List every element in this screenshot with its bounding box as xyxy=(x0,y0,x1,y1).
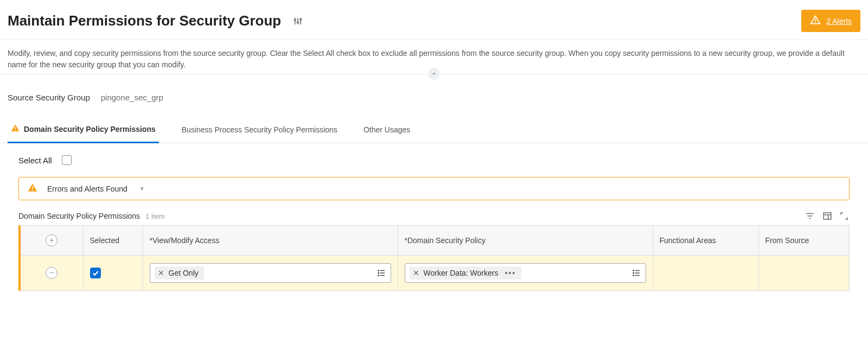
warning-icon xyxy=(28,183,37,194)
svg-point-3 xyxy=(297,21,299,23)
chip-label: Worker Data: Workers xyxy=(424,269,499,277)
add-row-button[interactable]: + xyxy=(46,234,58,246)
tab-business-process-security-policy[interactable]: Business Process Security Policy Permiss… xyxy=(178,118,341,143)
alerts-link-text: 2 Alerts xyxy=(826,17,852,26)
cell-from-source xyxy=(758,256,849,291)
chevron-down-icon: ▼ xyxy=(139,186,145,192)
column-domain-security-policy[interactable]: *Domain Security Policy xyxy=(398,226,653,256)
domain-security-policy-input[interactable]: ✕ Worker Data: Workers ••• xyxy=(405,263,646,283)
source-value: pingone_sec_grp xyxy=(101,93,163,102)
grid-header: Domain Security Policy Permissions 1 ite… xyxy=(18,210,850,222)
grid-column-row: + Selected *View/Modify Access *Domain S… xyxy=(21,226,849,256)
permissions-grid: + Selected *View/Modify Access *Domain S… xyxy=(18,225,850,291)
svg-point-7 xyxy=(815,22,816,23)
page-title: Maintain Permissions for Security Group xyxy=(8,12,281,29)
column-selected[interactable]: Selected xyxy=(83,226,143,256)
chip-worker-data-workers: ✕ Worker Data: Workers ••• xyxy=(410,266,522,280)
select-all-checkbox[interactable] xyxy=(62,155,72,165)
column-from-source[interactable]: From Source xyxy=(758,226,849,256)
select-all-label: Select All xyxy=(18,156,52,165)
alert-banner-text: Errors and Alerts Found xyxy=(47,185,127,193)
settings-icon[interactable] xyxy=(293,16,303,26)
svg-point-5 xyxy=(300,18,302,20)
cell-functional-areas xyxy=(653,256,758,291)
fullscreen-icon[interactable] xyxy=(839,211,850,221)
svg-rect-8 xyxy=(15,126,15,129)
svg-point-1 xyxy=(294,19,296,21)
errors-and-alerts-banner[interactable]: Errors and Alerts Found ▼ xyxy=(18,177,850,200)
description-text: Modify, review, and copy security permis… xyxy=(8,49,845,69)
svg-rect-10 xyxy=(32,186,33,189)
select-all-row: Select All xyxy=(18,155,850,165)
svg-point-26 xyxy=(633,272,634,274)
warning-icon xyxy=(810,15,821,27)
chip-more-icon[interactable]: ••• xyxy=(505,269,516,277)
warning-icon xyxy=(11,124,20,134)
column-action: + xyxy=(21,226,83,256)
chip-get-only: ✕ Get Only xyxy=(155,266,204,280)
chip-label: Get Only xyxy=(169,269,199,277)
source-label: Source Security Group xyxy=(8,93,90,102)
list-icon[interactable] xyxy=(631,268,641,278)
tab-other-usages[interactable]: Other Usages xyxy=(360,118,413,143)
description: Modify, review, and copy security permis… xyxy=(0,40,868,74)
header: Maintain Permissions for Security Group … xyxy=(0,0,868,40)
tab-label: Business Process Security Policy Permiss… xyxy=(182,125,337,134)
svg-point-28 xyxy=(633,275,634,276)
tab-label: Other Usages xyxy=(363,125,410,134)
svg-rect-15 xyxy=(824,213,831,219)
svg-rect-11 xyxy=(32,190,33,191)
svg-point-20 xyxy=(378,272,379,274)
grid-title: Domain Security Policy Permissions xyxy=(18,212,140,220)
tab-label: Domain Security Policy Permissions xyxy=(24,125,156,134)
svg-rect-9 xyxy=(15,130,15,130)
column-view-modify-access[interactable]: *View/Modify Access xyxy=(143,226,398,256)
tab-body: Select All Errors and Alerts Found ▼ Dom… xyxy=(0,143,868,291)
svg-point-22 xyxy=(378,275,379,276)
tab-strip: Domain Security Policy Permissions Busin… xyxy=(0,116,868,143)
svg-point-24 xyxy=(633,270,634,271)
chip-remove-icon[interactable]: ✕ xyxy=(158,269,164,277)
columns-icon[interactable] xyxy=(821,210,833,222)
alerts-badge[interactable]: 2 Alerts xyxy=(801,10,860,32)
column-functional-areas[interactable]: Functional Areas xyxy=(653,226,758,256)
view-modify-access-input[interactable]: ✕ Get Only xyxy=(150,263,391,283)
filter-icon[interactable] xyxy=(804,210,816,222)
tab-domain-security-policy[interactable]: Domain Security Policy Permissions xyxy=(8,116,159,143)
table-row: − ✕ Get Only xyxy=(21,256,849,291)
list-icon[interactable] xyxy=(376,268,386,278)
svg-point-18 xyxy=(378,270,379,271)
collapse-toggle[interactable] xyxy=(428,68,440,80)
remove-row-button[interactable]: − xyxy=(46,267,58,279)
grid-count: 1 item xyxy=(145,212,164,220)
chip-remove-icon[interactable]: ✕ xyxy=(413,269,419,277)
row-selected-checkbox[interactable] xyxy=(90,268,101,278)
